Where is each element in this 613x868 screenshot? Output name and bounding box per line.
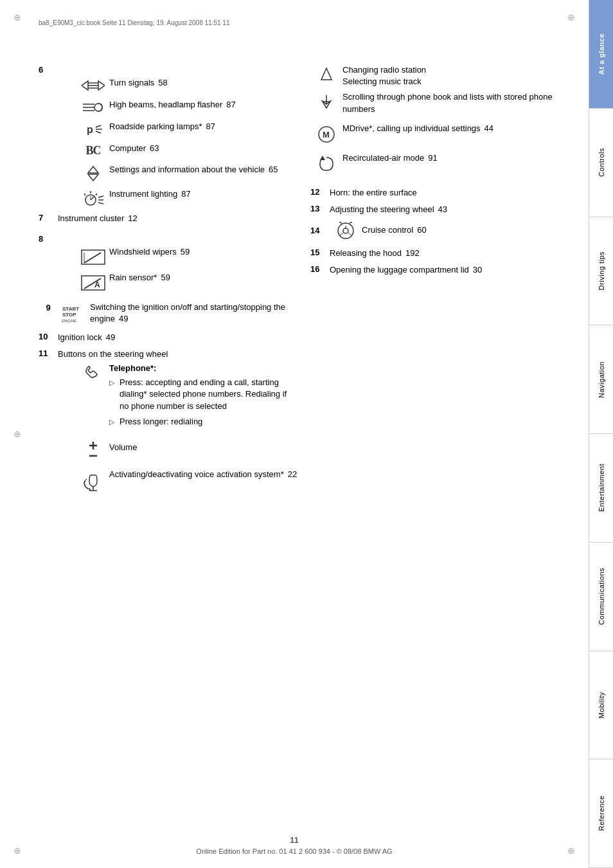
sub-item-turn-signals: Turn signals58 [77,77,298,93]
svg-marker-1 [98,81,105,90]
bullet-arrow-2: ▷ [109,416,120,427]
sidebar-section-entertainment[interactable]: Entertainment [589,434,613,543]
sidebar-section-communications[interactable]: Communications [589,543,613,651]
item-16-num: 16 [310,264,330,274]
sub-item-rain-sensor: A Rain sensor*59 [77,272,298,291]
sidebar-label-navigation: Navigation [598,361,605,398]
sidebar: At a glance Controls Driving tips Naviga… [589,0,613,868]
footer: 11 Online Edition for Part no. 01 41 2 6… [0,836,589,855]
sidebar-section-reference[interactable]: Reference [589,759,613,868]
radio-line2: Selecting music track [342,76,569,87]
item-10-num: 10 [39,332,58,341]
item-12-num: 12 [310,187,330,197]
svg-line-23 [98,203,103,204]
sub-item-roadside-parking: p Roadside parking lamps*87 [77,121,298,136]
item-11-group: 11 Buttons on the steering wheel Telepho… [39,348,298,493]
item-9-num: 9 [39,302,58,312]
high-beams-icon [77,99,109,114]
mdrive-text: MDrive*, calling up individual settings4… [342,123,569,134]
item-8-num: 8 [39,233,54,244]
main-content: 6 [0,0,589,868]
rain-sensor-icon: A [77,272,109,291]
item-16-text: Opening the luggage compartment lid30 [330,264,482,276]
item-11-num: 11 [39,348,58,358]
svg-marker-38 [321,68,332,80]
svg-point-43 [338,223,353,239]
svg-line-21 [98,196,103,197]
svg-marker-0 [82,81,88,90]
item-6-group: 6 [39,64,298,206]
svg-text:START: START [62,306,79,312]
svg-marker-13 [88,167,98,173]
bullet-arrow-1: ▷ [109,377,120,388]
right-item-radio: Changing radio station Selecting music t… [310,64,569,87]
svg-line-49 [350,222,352,223]
radio-icon [310,64,342,84]
sidebar-label-entertainment: Entertainment [598,464,605,512]
svg-line-25 [84,253,101,263]
right-item-scrolling: Scrolling through phone book and lists w… [310,91,569,114]
svg-line-19 [91,196,94,200]
svg-line-48 [339,222,342,223]
item-9: 9 START STOP ENGINE Switching the igniti… [39,302,298,325]
item-12-text: Horn: the entire surface [330,187,417,199]
instrument-lighting-icon [77,188,109,206]
svg-line-47 [339,233,343,236]
svg-line-17 [96,194,97,195]
svg-text:A: A [94,280,100,289]
item-10-text: Ignition lock49 [58,332,115,343]
item-10: 10 Ignition lock49 [39,332,298,343]
left-column: 6 [39,64,298,500]
windshield-wipers-text: Windshield wipers59 [109,246,298,258]
item-13-num: 13 [310,204,330,213]
item-8-group: 8 Windshield wipers59 [39,233,298,291]
start-stop-icon: START STOP ENGINE [58,302,90,323]
item-13-text: Adjusting the steering wheel43 [330,204,447,215]
sidebar-label-controls: Controls [598,148,605,177]
item-15-text: Releasing the hood192 [330,248,420,259]
sub-item-computer: BC Computer63 [77,143,298,158]
roadside-parking-icon: p [77,121,109,136]
item-6-num: 6 [39,64,54,75]
item-7-text: Instrument cluster12 [58,213,138,224]
svg-text:ENGINE: ENGINE [62,319,76,323]
sidebar-section-navigation[interactable]: Navigation [589,325,613,434]
sidebar-label-at-a-glance: At a glance [598,33,605,75]
radio-line1: Changing radio station [342,64,569,76]
right-column: Changing radio station Selecting music t… [310,64,569,500]
turn-signal-icon [77,77,109,93]
item-7: 7 Instrument cluster12 [39,213,298,224]
recirculated-air-icon [310,152,342,174]
svg-marker-42 [320,156,325,160]
svg-text:p: p [87,124,93,135]
sidebar-section-mobility[interactable]: Mobility [589,651,613,760]
mdrive-icon: M [310,123,342,145]
svg-marker-14 [88,174,98,181]
windshield-wipers-icon [77,246,109,266]
copyright-text: Online Edition for Part no. 01 41 2 600 … [0,847,589,855]
page-number: 11 [0,836,589,845]
sidebar-label-mobility: Mobility [598,692,605,718]
sub-item-voice-activation: Activating/deactivating voice activation… [77,469,298,493]
recirculated-air-text: Recirculated-air mode91 [342,152,569,164]
svg-text:STOP: STOP [62,312,76,318]
svg-line-12 [96,131,101,133]
settings-vehicle-icon [77,164,109,182]
item-16: 16 Opening the luggage compartment lid30 [310,264,569,276]
scrolling-text: Scrolling through phone book and lists w… [342,91,569,114]
sidebar-section-controls[interactable]: Controls [589,109,613,217]
item-14: 14 [310,221,569,240]
sidebar-section-at-a-glance[interactable]: At a glance [589,0,613,109]
instrument-lighting-text: Instrument lighting87 [109,188,298,200]
sub-item-instrument-lighting: Instrument lighting87 [77,188,298,206]
right-item-recirculated: Recirculated-air mode91 [310,152,569,174]
turn-signals-text: Turn signals58 [109,77,298,89]
sidebar-section-driving-tips[interactable]: Driving tips [589,217,613,326]
item-15-num: 15 [310,248,330,257]
rain-sensor-text: Rain sensor*59 [109,272,298,284]
sidebar-label-driving-tips: Driving tips [598,251,605,290]
sub-item-settings-vehicle: Settings and information about the vehic… [77,164,298,182]
sidebar-label-communications: Communications [598,568,605,625]
volume-text: Volume [109,438,298,453]
item-9-text: Switching the ignition on/off and starti… [90,302,298,325]
